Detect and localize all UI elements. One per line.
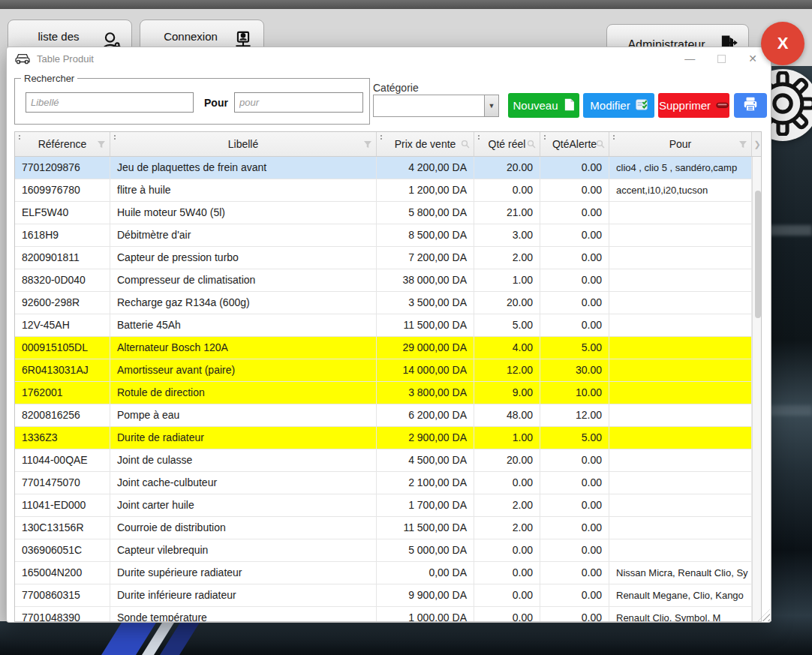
cell-qte: 1.00 — [474, 427, 540, 449]
cell-qte: 0.00 — [474, 607, 540, 622]
cell-libelle: Rotule de direction — [110, 382, 377, 404]
cell-reference: 11041-ED000 — [15, 494, 110, 516]
search-group-label: Rechercher — [21, 73, 77, 84]
cell-pour — [609, 269, 752, 291]
cell-qteAlerte: 0.00 — [540, 269, 609, 291]
cell-qte: 9.00 — [474, 382, 540, 404]
table-row[interactable]: 165004N200Durite supérieure radiateur0,0… — [15, 562, 752, 584]
cell-qte: 2.00 — [474, 517, 540, 539]
column-drag-handle — [19, 135, 20, 137]
cell-libelle: Capteur vilebrequin — [110, 539, 377, 561]
categorie-dropdown[interactable]: ▼ — [373, 95, 499, 117]
grid-body: 7701209876Jeu de plaquettes de frein ava… — [15, 157, 752, 622]
cell-libelle: Sonde température — [110, 607, 377, 622]
cell-libelle: Durite inférieure radiateur — [110, 584, 377, 606]
table-row[interactable]: 7700860315Durite inférieure radiateur9 9… — [15, 584, 752, 607]
chevron-down-icon[interactable]: ▼ — [484, 95, 498, 116]
print-button[interactable] — [734, 93, 767, 118]
cell-qteAlerte: 0.00 — [540, 224, 609, 246]
column-header-qteAlerte[interactable]: QtéAlerte — [540, 132, 609, 156]
cell-pour — [609, 404, 752, 426]
table-row[interactable]: 8200816256Pompe à eau6 200,00 DA48.0012.… — [15, 404, 752, 427]
filter-icon[interactable] — [97, 139, 106, 151]
cell-qte: 0.00 — [474, 472, 540, 494]
cell-reference: 8200901811 — [15, 247, 110, 269]
cell-libelle: Compresseur de climatisation — [110, 269, 377, 291]
pour-search-input[interactable] — [234, 92, 363, 113]
cell-libelle: Courroie de distribution — [110, 517, 377, 539]
table-row[interactable]: 130C13156RCourroie de distribution11 500… — [15, 517, 752, 539]
cell-pour — [609, 517, 752, 539]
cell-qte: 21.00 — [474, 202, 540, 224]
table-row[interactable]: 7701475070Joint cache-culbuteur2 100,00 … — [15, 472, 752, 494]
table-row[interactable]: 7701209876Jeu de plaquettes de frein ava… — [15, 157, 752, 179]
cell-pour — [609, 359, 752, 381]
table-row[interactable]: 1336Z3Durite de radiateur2 900,00 DA1.00… — [15, 427, 752, 449]
filter-icon[interactable] — [363, 139, 372, 151]
table-row[interactable]: 92600-298RRecharge gaz R134a (600g)3 500… — [15, 292, 752, 314]
cell-libelle: Capteur de pression turbo — [110, 247, 377, 269]
column-header-reference[interactable]: Référence — [15, 132, 110, 156]
search-icon[interactable] — [461, 139, 470, 151]
cell-pour — [609, 494, 752, 516]
cell-prix: 29 000,00 DA — [377, 337, 474, 359]
search-icon[interactable] — [596, 139, 605, 151]
table-row[interactable]: 1618H9Débitmètre d'air8 500,00 DA3.000.0… — [15, 224, 752, 247]
cell-libelle: Pompe à eau — [110, 404, 377, 426]
table-row[interactable]: 036906051CCapteur vilebrequin5 000,00 DA… — [15, 539, 752, 562]
column-header-qte[interactable]: Qté réel — [474, 132, 540, 156]
table-row[interactable]: 8200901811Capteur de pression turbo7 200… — [15, 247, 752, 269]
table-row[interactable]: 12V-45AHBatterie 45Ah11 500,00 DA5.000.0… — [15, 314, 752, 337]
filter-icon[interactable] — [738, 139, 747, 151]
cell-pour — [609, 337, 752, 359]
table-row[interactable]: 6R0413031AJAmortisseur avant (paire)14 0… — [15, 359, 752, 382]
nouveau-button[interactable]: Nouveau — [508, 93, 579, 118]
table-row[interactable]: 1762001Rotule de direction3 800,00 DA9.0… — [15, 382, 752, 404]
column-drag-handle — [544, 135, 546, 137]
column-header-prix[interactable]: Prix de vente — [377, 132, 474, 156]
cell-libelle: Débitmètre d'air — [110, 224, 377, 246]
search-icon[interactable] — [527, 139, 536, 151]
vertical-scrollbar[interactable] — [752, 157, 762, 621]
table-row[interactable]: 11044-00QAEJoint de culasse4 500,00 DA20… — [15, 449, 752, 472]
cell-qteAlerte: 0.00 — [540, 472, 609, 494]
cell-qte: 12.00 — [474, 359, 540, 381]
close-window-button[interactable]: ✕ — [748, 53, 757, 64]
table-row[interactable]: 1609976780flitre à huile1 200,00 DA0.000… — [15, 179, 752, 202]
cell-prix: 1 200,00 DA — [377, 179, 474, 201]
libelle-search-input[interactable] — [26, 92, 194, 113]
table-row[interactable]: 000915105DLAlternateur Bosch 120A29 000,… — [15, 337, 752, 359]
printer-icon — [742, 96, 759, 115]
cell-reference: 1762001 — [15, 382, 110, 404]
cell-reference: 7701475070 — [15, 472, 110, 494]
table-produit-window: Table Produit — ✕ Rechercher Pour Catégo… — [6, 47, 771, 623]
modifier-button[interactable]: Modifier — [583, 93, 654, 118]
table-row[interactable]: 88320-0D040Compresseur de climatisation3… — [15, 269, 752, 292]
close-app-button[interactable]: X — [761, 22, 804, 65]
cell-pour: Renault Clio, Symbol, M — [609, 607, 752, 622]
nouveau-label: Nouveau — [513, 99, 558, 112]
cell-qte: 0.00 — [474, 562, 540, 584]
cell-qteAlerte: 12.00 — [540, 404, 609, 426]
cell-reference: 12V-45AH — [15, 314, 110, 336]
scroll-right-button[interactable]: ❯ — [752, 132, 762, 157]
cell-qte: 0.00 — [474, 539, 540, 561]
table-row[interactable]: 11041-ED000Joint carter huile1 700,00 DA… — [15, 494, 752, 517]
cell-reference: 165004N200 — [15, 562, 110, 584]
maximize-button[interactable] — [717, 55, 726, 63]
cell-pour: accent,i10,i20,tucson — [609, 179, 752, 201]
cell-libelle: Jeu de plaquettes de frein avant — [110, 157, 377, 179]
scrollbar-thumb[interactable] — [755, 191, 761, 318]
supprimer-button[interactable]: Supprimer — [658, 93, 729, 118]
column-header-pour[interactable]: Pour — [609, 132, 752, 156]
cell-pour — [609, 539, 752, 561]
column-header-libelle[interactable]: Libellé — [110, 132, 377, 156]
minimize-button[interactable]: — — [684, 53, 695, 64]
cell-pour — [609, 292, 752, 314]
cell-libelle: Durite supérieure radiateur — [110, 562, 377, 584]
cell-libelle: Huile moteur 5W40 (5l) — [110, 202, 377, 224]
title-bar[interactable]: Table Produit — ✕ — [7, 47, 771, 70]
table-row[interactable]: 7701048390Sonde température1 000,00 DA0.… — [15, 607, 752, 622]
window-controls: — ✕ — [684, 53, 763, 64]
table-row[interactable]: ELF5W40Huile moteur 5W40 (5l)5 800,00 DA… — [15, 202, 752, 224]
